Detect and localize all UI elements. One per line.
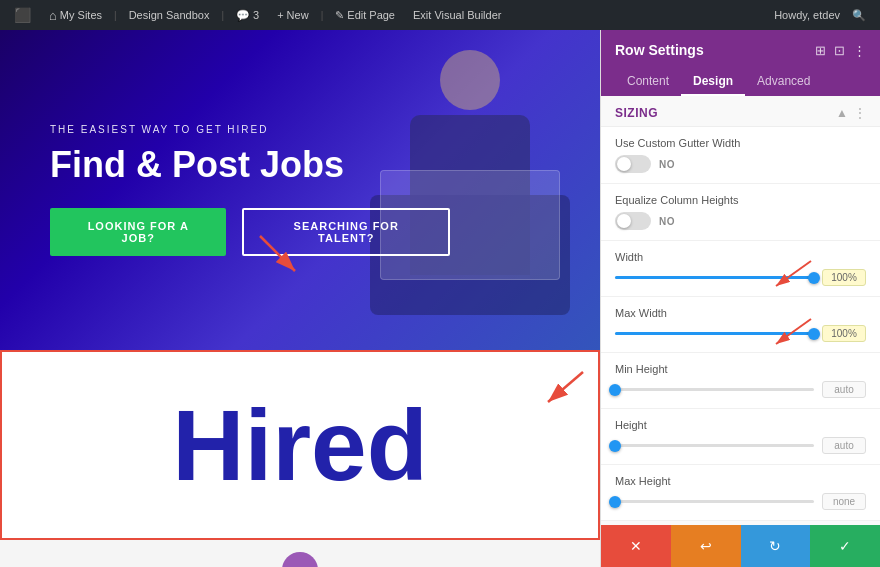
howdy-user: Howdy, etdev: [774, 9, 840, 21]
height-setting: Height auto: [601, 409, 880, 465]
arrow-1: [250, 226, 310, 290]
panel-title: Row Settings: [615, 42, 704, 58]
min-height-slider-track[interactable]: [615, 388, 814, 391]
edit-page-link[interactable]: ✎ Edit Page: [329, 0, 401, 30]
max-width-value[interactable]: 100%: [822, 325, 866, 342]
row-settings-panel: Row Settings ⊞ ⊡ ⋮ Content Design Advanc…: [600, 30, 880, 567]
my-sites-menu[interactable]: ⌂ My Sites: [43, 0, 108, 30]
svg-line-7: [776, 319, 811, 344]
width-value[interactable]: 100%: [822, 269, 866, 286]
panel-footer: ✕ ↩ ↻ ✓: [601, 525, 880, 567]
page-canvas: The easiest way to get hired Find & Post…: [0, 30, 600, 567]
max-height-setting: Max Height none: [601, 465, 880, 521]
min-height-label: Min Height: [615, 363, 866, 375]
comment-icon: 💬: [236, 9, 250, 22]
new-content-button[interactable]: + New: [271, 0, 315, 30]
design-sandbox-link[interactable]: Design Sandbox: [123, 0, 216, 30]
svg-line-5: [776, 261, 811, 286]
height-label: Height: [615, 419, 866, 431]
max-height-slider-track[interactable]: [615, 500, 814, 503]
hero-subtitle: The easiest way to get hired: [50, 124, 450, 135]
height-slider-thumb[interactable]: [609, 440, 621, 452]
equalize-heights-setting: Equalize Column Heights NO: [601, 184, 880, 241]
more-options-icon[interactable]: ⋮: [853, 43, 866, 58]
equalize-heights-toggle-label: NO: [659, 216, 675, 227]
save-button[interactable]: ✓: [810, 525, 880, 567]
width-label: Width: [615, 251, 866, 263]
max-height-label: Max Height: [615, 475, 866, 487]
hired-text: Hired: [172, 395, 428, 495]
tab-advanced[interactable]: Advanced: [745, 68, 822, 96]
max-width-label: Max Width: [615, 307, 866, 319]
tab-content[interactable]: Content: [615, 68, 681, 96]
home-icon: ⌂: [49, 8, 57, 23]
exit-visual-builder-button[interactable]: Exit Visual Builder: [407, 0, 507, 30]
looking-for-job-button[interactable]: Looking for a job?: [50, 208, 226, 256]
equalize-heights-label: Equalize Column Heights: [615, 194, 866, 206]
custom-gutter-label: Use Custom Gutter Width: [615, 137, 866, 149]
max-width-setting: Max Width 100%: [601, 297, 880, 353]
min-height-setting: Min Height auto: [601, 353, 880, 409]
split-icon[interactable]: ⊡: [834, 43, 845, 58]
sizing-section-title: Sizing: [615, 106, 658, 120]
max-height-value[interactable]: none: [822, 493, 866, 510]
custom-gutter-toggle-label: NO: [659, 159, 675, 170]
width-setting: Width 100%: [601, 241, 880, 297]
sizing-section-header: Sizing ▲ ⋮: [601, 96, 880, 127]
undo-button[interactable]: ↩: [671, 525, 741, 567]
svg-line-3: [548, 372, 583, 402]
arrow-2: [538, 362, 588, 416]
max-height-slider-thumb[interactable]: [609, 496, 621, 508]
collapse-icon[interactable]: ▲: [836, 106, 848, 120]
tab-design[interactable]: Design: [681, 68, 745, 96]
width-arrow: [761, 256, 816, 300]
custom-gutter-toggle[interactable]: [615, 155, 651, 173]
hero-section: The easiest way to get hired Find & Post…: [0, 30, 600, 350]
panel-tabs: Content Design Advanced: [615, 68, 866, 96]
equalize-heights-toggle[interactable]: [615, 212, 651, 230]
panel-header: Row Settings ⊞ ⊡ ⋮ Content Design Advanc…: [601, 30, 880, 96]
admin-bar: ⬛ ⌂ My Sites | Design Sandbox | 💬 3 + Ne…: [0, 0, 880, 30]
min-height-slider-thumb[interactable]: [609, 384, 621, 396]
max-width-arrow: [761, 314, 816, 358]
add-section-row: •••: [0, 540, 600, 567]
selected-row[interactable]: Hired: [0, 350, 600, 540]
redo-button[interactable]: ↻: [741, 525, 811, 567]
min-height-value[interactable]: auto: [822, 381, 866, 398]
custom-gutter-setting: Use Custom Gutter Width NO: [601, 127, 880, 184]
section-more-icon[interactable]: ⋮: [854, 106, 866, 120]
cancel-button[interactable]: ✕: [601, 525, 671, 567]
svg-line-1: [260, 236, 295, 271]
panel-header-icons: ⊞ ⊡ ⋮: [815, 43, 866, 58]
height-value[interactable]: auto: [822, 437, 866, 454]
person-head: [440, 50, 500, 110]
hero-title: Find & Post Jobs: [50, 145, 450, 185]
admin-search-button[interactable]: 🔍: [846, 0, 872, 30]
height-slider-track[interactable]: [615, 444, 814, 447]
add-section-button[interactable]: •••: [282, 552, 318, 567]
comments-link[interactable]: 💬 3: [230, 0, 265, 30]
panel-body: Sizing ▲ ⋮ Use Custom Gutter Width NO Eq…: [601, 96, 880, 525]
fullscreen-icon[interactable]: ⊞: [815, 43, 826, 58]
wp-logo[interactable]: ⬛: [8, 0, 37, 30]
